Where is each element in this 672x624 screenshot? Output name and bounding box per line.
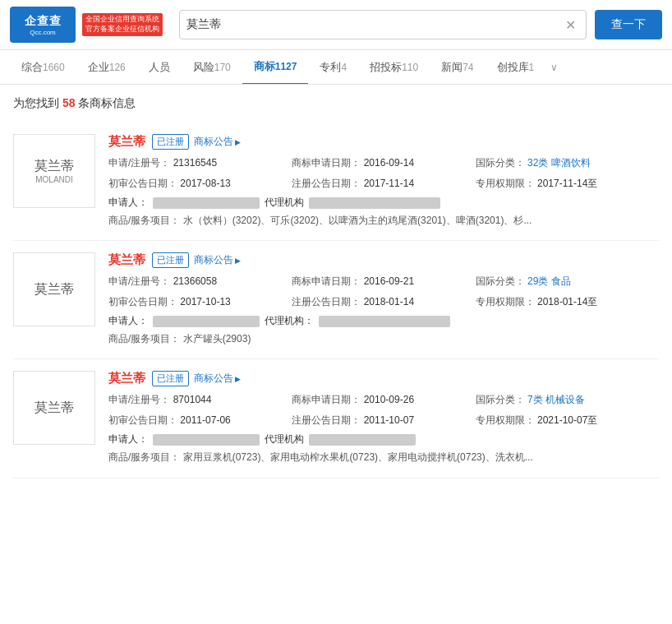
trademark-applicant-1: 申请人： 代理机构: [108, 196, 659, 210]
field-apply-date-3: 商标申请日期： 2010-09-26: [292, 391, 475, 409]
field-prelim-date-1: 初审公告日期： 2017-08-13: [108, 175, 292, 192]
agency-blurred-2: [319, 316, 450, 327]
goods-label-3: 商品/服务项目：: [108, 451, 180, 463]
result-summary: 为您找到 58 条商标信息: [13, 96, 659, 111]
trademark-logo-text-3: 莫兰蒂: [35, 400, 74, 417]
applicant-blurred-2: [153, 316, 260, 327]
agency-label-1: 代理机构: [265, 196, 304, 210]
trademark-fields-3: 申请/注册号： 8701044 商标申请日期： 2010-09-26 国际分类：…: [108, 391, 659, 429]
trademark-announce-1[interactable]: 商标公告: [194, 135, 241, 149]
trademark-card-1: 莫兰蒂 MOLANDI 莫兰蒂 已注册 商标公告 申请/注册号： 2131654…: [13, 122, 659, 241]
field-valid-1: 专用权期限： 2017-11-14至: [476, 175, 659, 192]
header: 企查查 Qcc.com 全国企业信用查询系统 官方备案企业征信机构 ✕ 查一下: [0, 0, 672, 50]
trademark-logo-text-2: 莫兰蒂: [35, 281, 74, 298]
field-prelim-date-2: 初审公告日期： 2017-10-13: [108, 294, 292, 311]
field-reg-no-2: 申请/注册号： 21366058: [108, 273, 292, 290]
search-area: ✕: [179, 10, 587, 39]
main-content: 为您找到 58 条商标信息 莫兰蒂 MOLANDI 莫兰蒂 已注册 商标公告 申…: [0, 85, 672, 490]
tab-招投标[interactable]: 招投标 110: [358, 50, 430, 85]
search-button[interactable]: 查一下: [595, 10, 662, 39]
agency-label-2: 代理机构：: [265, 314, 314, 328]
agency-label-3: 代理机构: [265, 432, 304, 446]
search-clear-icon[interactable]: ✕: [565, 17, 576, 33]
tab-新闻[interactable]: 新闻 74: [430, 50, 485, 85]
trademark-logo-1: 莫兰蒂 MOLANDI: [13, 134, 95, 208]
trademark-status-2: 已注册: [152, 252, 189, 268]
logo-box: 企查查 Qcc.com: [10, 7, 76, 43]
trademark-name-1[interactable]: 莫兰蒂: [108, 134, 145, 150]
result-suffix: 条商标信息: [78, 96, 136, 109]
goods-label-2: 商品/服务项目：: [108, 333, 180, 344]
tab-综合[interactable]: 综合 1660: [10, 50, 76, 85]
trademark-info-3: 莫兰蒂 已注册 商标公告 申请/注册号： 8701044 商标申请日期： 201…: [108, 371, 659, 465]
field-prelim-date-3: 初审公告日期： 2011-07-06: [108, 412, 292, 429]
agency-blurred-3: [309, 434, 416, 446]
field-intl-class-2: 国际分类： 29类 食品: [476, 273, 659, 290]
applicant-label-2: 申请人：: [108, 314, 148, 328]
trademark-info-2: 莫兰蒂 已注册 商标公告 申请/注册号： 21366058 商标申请日期： 20…: [108, 252, 659, 347]
field-intl-class-3: 国际分类： 7类 机械设备: [476, 391, 659, 409]
trademark-applicant-3: 申请人： 代理机构: [108, 432, 659, 446]
trademark-name-2[interactable]: 莫兰蒂: [108, 252, 145, 268]
trademark-logo-text-1: 莫兰蒂: [35, 158, 74, 175]
trademark-status-1: 已注册: [152, 134, 189, 150]
field-valid-3: 专用权期限： 2021-10-07至: [476, 412, 659, 429]
trademark-name-3[interactable]: 莫兰蒂: [108, 371, 145, 386]
trademark-goods-1: 商品/服务项目： 水（饮料）(3202)、可乐(3202)、以啤酒为主的鸡尾酒(…: [108, 213, 659, 229]
tab-商标[interactable]: 商标 1127: [242, 50, 309, 85]
logo-main-text: 企查查: [25, 14, 62, 29]
search-input[interactable]: [186, 18, 565, 31]
trademark-announce-3[interactable]: 商标公告: [194, 372, 241, 386]
trademark-announce-2[interactable]: 商标公告: [194, 253, 241, 267]
applicant-label-1: 申请人：: [108, 196, 148, 210]
goods-value-1: 水（饮料）(3202)、可乐(3202)、以啤酒为主的鸡尾酒(3201)、啤酒(…: [183, 215, 532, 226]
tab-创投库[interactable]: 创投库 1: [486, 50, 546, 85]
field-reg-date-3: 注册公告日期： 2011-10-07: [292, 412, 475, 429]
field-reg-no-1: 申请/注册号： 21316545: [108, 155, 292, 172]
trademark-card-3: 莫兰蒂 莫兰蒂 已注册 商标公告 申请/注册号： 8701044 商标申请日期：…: [13, 359, 659, 478]
trademark-title-row-3: 莫兰蒂 已注册 商标公告: [108, 371, 659, 386]
field-reg-date-2: 注册公告日期： 2018-01-14: [292, 294, 475, 311]
field-apply-date-2: 商标申请日期： 2016-09-21: [292, 273, 475, 290]
trademark-logo-3: 莫兰蒂: [13, 371, 95, 445]
trademark-goods-3: 商品/服务项目： 家用豆浆机(0723)、家用电动榨水果机(0723)、家用电动…: [108, 450, 659, 465]
field-intl-class-1: 国际分类： 32类 啤酒饮料: [476, 155, 659, 172]
trademark-applicant-2: 申请人： 代理机构：: [108, 314, 659, 328]
tab-风险[interactable]: 风险 170: [182, 50, 242, 85]
trademark-title-row-1: 莫兰蒂 已注册 商标公告: [108, 134, 659, 150]
nav-tabs: 综合 1660 企业 126 人员 风险 170 商标 1127 专利 4 招投…: [0, 50, 672, 85]
trademark-fields-2: 申请/注册号： 21366058 商标申请日期： 2016-09-21 国际分类…: [108, 273, 659, 311]
logo-sub-text: Qcc.com: [30, 29, 56, 36]
applicant-blurred-1: [153, 197, 260, 209]
logo-badge: 全国企业信用查询系统 官方备案企业征信机构: [82, 13, 163, 35]
goods-value-3: 家用豆浆机(0723)、家用电动榨水果机(0723)、家用电动搅拌机(0723)…: [183, 451, 533, 463]
field-apply-date-1: 商标申请日期： 2016-09-14: [292, 155, 475, 172]
tab-专利[interactable]: 专利 4: [308, 50, 358, 85]
trademark-goods-2: 商品/服务项目： 水产罐头(2903): [108, 331, 659, 347]
chevron-down-icon: ∨: [550, 62, 558, 73]
applicant-blurred-3: [153, 434, 260, 446]
result-count: 58: [62, 96, 76, 109]
goods-value-2: 水产罐头(2903): [183, 333, 251, 344]
trademark-logo-sub-1: MOLANDI: [35, 175, 74, 184]
agency-blurred-1: [309, 197, 440, 209]
logo-area: 企查查 Qcc.com 全国企业信用查询系统 官方备案企业征信机构: [10, 7, 163, 43]
field-valid-2: 专用权期限： 2018-01-14至: [476, 294, 659, 311]
trademark-status-3: 已注册: [152, 371, 189, 386]
applicant-label-3: 申请人：: [108, 432, 148, 446]
goods-label-1: 商品/服务项目：: [108, 215, 180, 226]
logo-badge-line2: 官方备案企业征信机构: [85, 25, 159, 35]
tab-企业[interactable]: 企业 126: [76, 50, 137, 85]
field-reg-no-3: 申请/注册号： 8701044: [108, 391, 292, 409]
trademark-card-2: 莫兰蒂 莫兰蒂 已注册 商标公告 申请/注册号： 21366058 商标申请日期…: [13, 241, 659, 359]
trademark-title-row-2: 莫兰蒂 已注册 商标公告: [108, 252, 659, 268]
field-reg-date-1: 注册公告日期： 2017-11-14: [292, 175, 475, 192]
trademark-logo-2: 莫兰蒂: [13, 252, 95, 326]
tab-人员[interactable]: 人员: [137, 50, 182, 85]
result-prefix: 为您找到: [13, 96, 59, 109]
trademark-fields-1: 申请/注册号： 21316545 商标申请日期： 2016-09-14 国际分类…: [108, 155, 659, 192]
trademark-info-1: 莫兰蒂 已注册 商标公告 申请/注册号： 21316545 商标申请日期： 20…: [108, 134, 659, 229]
logo-badge-line1: 全国企业信用查询系统: [85, 15, 159, 25]
nav-more-icon[interactable]: ∨: [545, 62, 563, 73]
